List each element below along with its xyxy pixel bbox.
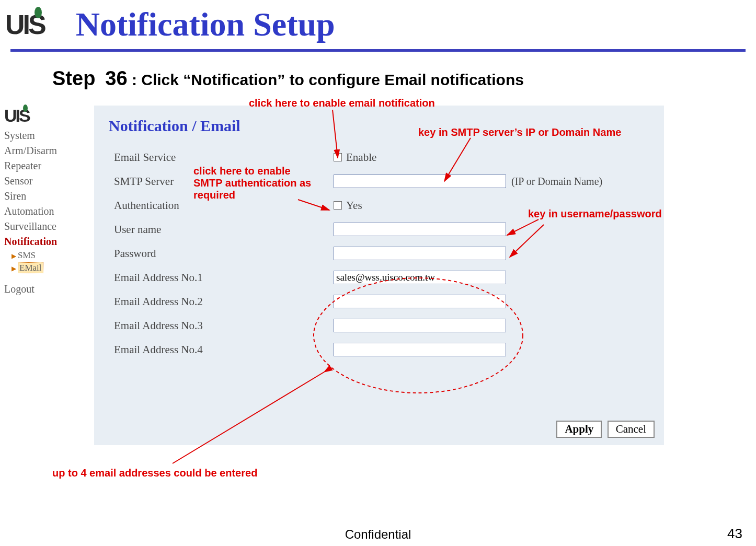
page-title: Notification Setup xyxy=(76,5,335,44)
checkbox-enable-email[interactable] xyxy=(334,153,342,161)
label-enable: Enable xyxy=(346,151,376,164)
sidebar-item-arm-disarm[interactable]: Arm/Disarm xyxy=(4,143,88,158)
input-email2[interactable] xyxy=(334,295,506,308)
label-email4: Email Address No.4 xyxy=(114,343,334,356)
form-panel: Notification / Email Email Service Enabl… xyxy=(94,106,664,445)
input-email1[interactable] xyxy=(334,271,506,284)
input-email3[interactable] xyxy=(334,319,506,332)
hint-smtp: (IP or Domain Name) xyxy=(511,176,602,188)
input-smtp-server[interactable] xyxy=(334,175,506,188)
input-password[interactable] xyxy=(334,247,506,260)
callout-four-emails: up to 4 email addresses could be entered xyxy=(52,467,257,479)
label-password: Password xyxy=(114,247,334,260)
sidebar-item-logout[interactable]: Logout xyxy=(4,282,88,297)
sidebar-sub-email[interactable]: ▶EMail xyxy=(4,262,88,274)
sidebar-item-system[interactable]: System xyxy=(4,128,88,143)
step-instruction: Step 36 : Click “Notification” to config… xyxy=(0,52,756,95)
page-number: 43 xyxy=(727,526,742,542)
label-email-service: Email Service xyxy=(114,151,334,164)
callout-smtp-server: key in SMTP server’s IP or Domain Name xyxy=(418,126,621,138)
footer-text: Confidential xyxy=(0,527,756,542)
input-username[interactable] xyxy=(334,223,506,236)
sidebar-item-automation[interactable]: Automation xyxy=(4,204,88,219)
sidebar-sub-sms[interactable]: ▶SMS xyxy=(4,249,88,262)
logo: UIS xyxy=(5,9,44,40)
sidebar-item-notification[interactable]: Notification xyxy=(4,234,88,249)
sidebar-logo: UIS xyxy=(4,106,88,126)
callout-enable-email: click here to enable email notification xyxy=(249,97,435,109)
label-email1: Email Address No.1 xyxy=(114,271,334,284)
apply-button[interactable]: Apply xyxy=(556,421,602,438)
input-email4[interactable] xyxy=(334,343,506,356)
label-auth-yes: Yes xyxy=(346,199,362,212)
sidebar-item-siren[interactable]: Siren xyxy=(4,189,88,204)
checkbox-authentication[interactable] xyxy=(334,201,342,210)
sidebar-item-sensor[interactable]: Sensor xyxy=(4,173,88,189)
sidebar-item-repeater[interactable]: Repeater xyxy=(4,158,88,173)
callout-smtp-auth: click here to enable SMTP authentication… xyxy=(193,165,319,201)
label-email2: Email Address No.2 xyxy=(114,295,334,308)
panel-title: Notification / Email xyxy=(94,106,664,145)
cancel-button[interactable]: Cancel xyxy=(608,421,655,438)
label-username: User name xyxy=(114,223,334,236)
callout-user-pass: key in username/password xyxy=(528,208,662,220)
sidebar: UIS System Arm/Disarm Repeater Sensor Si… xyxy=(4,106,88,297)
label-email3: Email Address No.3 xyxy=(114,319,334,332)
sidebar-item-surveillance[interactable]: Surveillance xyxy=(4,219,88,234)
